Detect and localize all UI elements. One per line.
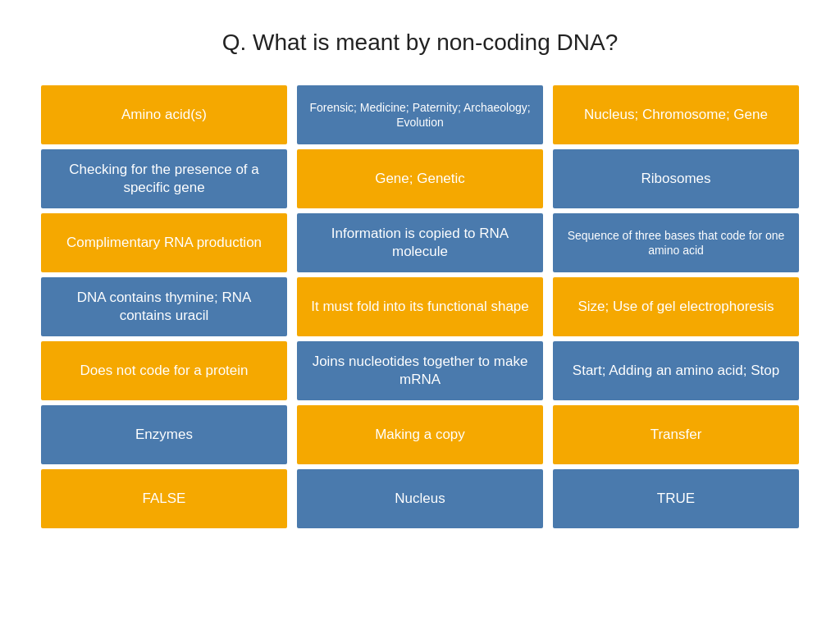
column-3: Nucleus; Chromosome; GeneRibosomesSequen… <box>553 85 799 528</box>
column-1: Amino acid(s)Checking for the presence o… <box>41 85 287 528</box>
cell-3-4: Size; Use of gel electrophoresis <box>553 277 799 336</box>
cell-3-1: Nucleus; Chromosome; Gene <box>553 85 799 144</box>
cell-1-2: Checking for the presence of a specific … <box>41 149 287 208</box>
page-title: Q. What is meant by non-coding DNA? <box>222 30 618 56</box>
cell-1-1: Amino acid(s) <box>41 85 287 144</box>
cell-2-6: Making a copy <box>297 405 543 464</box>
cell-3-3: Sequence of three bases that code for on… <box>553 213 799 272</box>
cell-1-7: FALSE <box>41 469 287 528</box>
cell-2-1: Forensic; Medicine; Paternity; Archaeolo… <box>297 85 543 144</box>
cell-3-6: Transfer <box>553 405 799 464</box>
cell-2-3: Information is copied to RNA molecule <box>297 213 543 272</box>
cell-2-5: Joins nucleotides together to make mRNA <box>297 341 543 400</box>
cell-1-3: Complimentary RNA production <box>41 213 287 272</box>
cell-1-5: Does not code for a protein <box>41 341 287 400</box>
cell-2-7: Nucleus <box>297 469 543 528</box>
cell-3-5: Start; Adding an amino acid; Stop <box>553 341 799 400</box>
cell-2-4: It must fold into its functional shape <box>297 277 543 336</box>
cell-2-2: Gene; Genetic <box>297 149 543 208</box>
column-2: Forensic; Medicine; Paternity; Archaeolo… <box>297 85 543 528</box>
cell-3-7: TRUE <box>553 469 799 528</box>
cell-3-2: Ribosomes <box>553 149 799 208</box>
cell-1-4: DNA contains thymine; RNA contains uraci… <box>41 277 287 336</box>
grid-container: Amino acid(s)Checking for the presence o… <box>16 85 824 528</box>
cell-1-6: Enzymes <box>41 405 287 464</box>
